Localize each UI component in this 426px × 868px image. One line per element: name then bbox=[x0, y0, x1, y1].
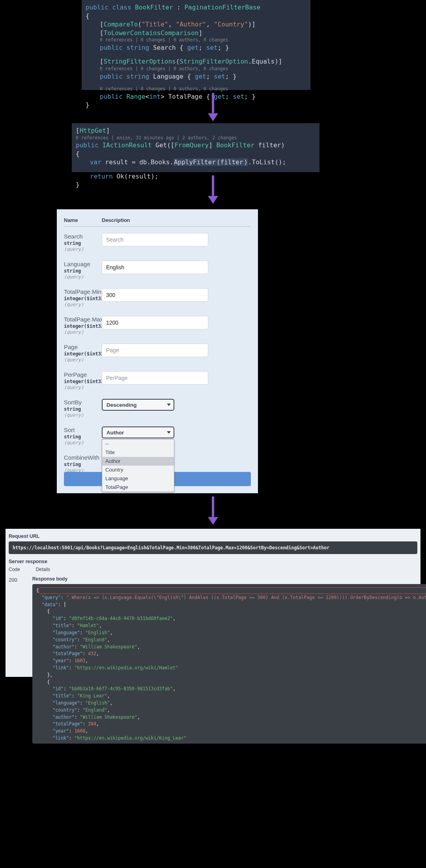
request-url: https://localhost:5001/api/Books?Languag… bbox=[9, 541, 417, 554]
totalpage-max-input[interactable] bbox=[102, 316, 208, 329]
codelens: 0 references | 0 changes | 0 authors, 0 … bbox=[100, 86, 306, 92]
param-type: string bbox=[64, 268, 102, 274]
request-url-label: Request URL bbox=[9, 534, 417, 539]
server-response-label: Server response bbox=[9, 559, 417, 564]
param-type: integer($int32) bbox=[64, 296, 102, 301]
param-name: TotalPage.Min bbox=[64, 288, 102, 295]
param-in: (query) bbox=[64, 246, 102, 252]
codelens: 0 references | 0 changes | 0 authors, 0 … bbox=[100, 37, 306, 43]
code-panel-controller: [HttpGet] 0 references | enisn, 31 minut… bbox=[72, 123, 320, 172]
details-header: Details bbox=[36, 567, 50, 572]
param-type: string bbox=[64, 434, 102, 440]
swagger-try-it-panel: Name Description Search string (query) L… bbox=[57, 209, 258, 493]
param-type: string bbox=[64, 240, 102, 246]
param-name: PerPage bbox=[64, 371, 102, 378]
kw: public bbox=[86, 4, 112, 11]
response-json: { "query": ".Where(x => (x.Language.Equa… bbox=[32, 584, 426, 744]
param-in: (query) bbox=[64, 357, 102, 363]
sort-option[interactable]: TotalPage bbox=[102, 483, 174, 492]
param-header-row: Name Description bbox=[64, 217, 251, 227]
param-row-perpage: PerPage integer($int32) (query) bbox=[64, 371, 251, 390]
param-name: Search bbox=[64, 233, 102, 240]
sort-select[interactable]: Author bbox=[102, 426, 174, 438]
param-name: Page bbox=[64, 344, 102, 350]
header-name: Name bbox=[64, 217, 102, 223]
swagger-response-panel: Request URL https://localhost:5001/api/B… bbox=[6, 529, 420, 677]
sort-option[interactable]: -- bbox=[102, 440, 174, 448]
param-row-sortby: SortBy string (query) Descending bbox=[64, 399, 251, 418]
sort-option[interactable]: Title bbox=[102, 448, 174, 457]
codelens: 0 references | enisn, 31 minutes ago | 2… bbox=[76, 135, 316, 141]
param-type: string bbox=[64, 462, 102, 467]
param-in: (query) bbox=[64, 440, 102, 445]
param-row-search: Search string (query) bbox=[64, 233, 251, 252]
param-name: TotalPage.Max bbox=[64, 316, 102, 323]
perpage-input[interactable] bbox=[102, 371, 208, 385]
param-type: integer($int32) bbox=[64, 323, 102, 329]
language-input[interactable] bbox=[102, 261, 208, 274]
sort-option[interactable]: Author bbox=[102, 457, 174, 466]
response-body-label: Response body bbox=[32, 576, 426, 582]
param-in: (query) bbox=[64, 274, 102, 280]
sortby-select[interactable]: Descending bbox=[102, 399, 174, 411]
code-panel-filter-class: public class BookFilter : PaginationFilt… bbox=[82, 0, 310, 90]
sort-option[interactable]: Language bbox=[102, 474, 174, 483]
flow-arrow-icon bbox=[208, 175, 218, 204]
codelens: 0 references | 0 changes | 0 authors, 0 … bbox=[100, 66, 306, 72]
search-input[interactable] bbox=[102, 233, 208, 246]
param-row-sort: Sort string (query) Author -- Title Auth… bbox=[64, 426, 251, 445]
param-name: CombineWith bbox=[64, 454, 102, 461]
header-description: Description bbox=[102, 217, 251, 223]
flow-arrow-icon bbox=[208, 496, 218, 525]
param-in: (query) bbox=[64, 302, 102, 307]
param-name: Sort bbox=[64, 426, 102, 433]
page-input[interactable] bbox=[102, 344, 208, 357]
param-row-language: Language string (query) bbox=[64, 261, 251, 280]
status-code: 200 bbox=[9, 576, 17, 583]
param-in: (query) bbox=[64, 329, 102, 335]
param-row-totalpage-min: TotalPage.Min integer($int32) (query) bbox=[64, 288, 251, 307]
param-name: Language bbox=[64, 261, 102, 267]
chevron-down-icon bbox=[167, 431, 171, 434]
param-type: integer($int32) bbox=[64, 351, 102, 357]
code-header: Code bbox=[9, 567, 20, 572]
totalpage-min-input[interactable] bbox=[102, 288, 208, 302]
highlight-box bbox=[39, 587, 426, 594]
param-in: (query) bbox=[64, 412, 102, 418]
param-row-totalpage-max: TotalPage.Max integer($int32) (query) bbox=[64, 316, 251, 335]
flow-arrow-icon bbox=[208, 93, 218, 121]
param-row-page: Page integer($int32) (query) bbox=[64, 344, 251, 363]
chevron-down-icon bbox=[167, 404, 171, 406]
sort-dropdown-list: -- Title Author Country Language TotalPa… bbox=[102, 439, 174, 492]
sort-option[interactable]: Country bbox=[102, 466, 174, 474]
param-in: (query) bbox=[64, 385, 102, 390]
param-name: SortBy bbox=[64, 399, 102, 406]
param-type: integer($int32) bbox=[64, 379, 102, 384]
param-type: string bbox=[64, 406, 102, 412]
